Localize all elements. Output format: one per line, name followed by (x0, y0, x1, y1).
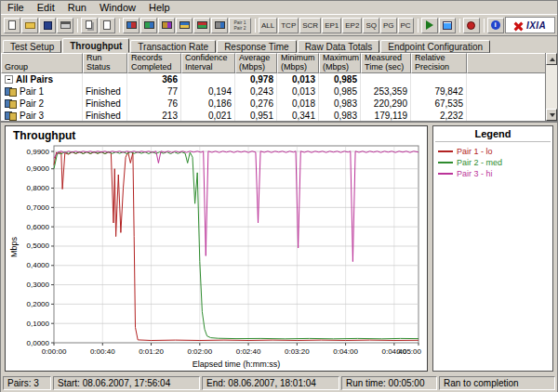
pair-icon (5, 87, 17, 97)
copy-icon (86, 20, 92, 29)
view-charts-button[interactable] (439, 18, 456, 33)
measured-time-value: 220,290 (361, 98, 411, 110)
filter-ep1-button[interactable]: EP1 (322, 18, 341, 33)
confidence-value: 0,021 (181, 110, 235, 121)
swap-endpoints-icon (197, 21, 207, 29)
new-test-button[interactable] (4, 18, 20, 33)
menu-help[interactable]: Help (142, 1, 177, 15)
duplicate-pair-button[interactable] (158, 18, 175, 33)
status-run-time: Run time: 00:05:00 (341, 376, 437, 390)
chart-icon (443, 21, 452, 30)
table-row-pair-1[interactable]: Pair 1 Finished 77 0,194 0,243 0,013 0,9… (1, 85, 545, 98)
svg-text:0,3000: 0,3000 (27, 281, 50, 289)
scroll-up-button[interactable] (546, 53, 557, 65)
col-header-maximum[interactable]: Maximum (Mbps) (319, 53, 361, 73)
status-start-time: Start: 08.06.2007, 17:56:04 (53, 376, 200, 390)
col-header-confidence[interactable]: 95% Confidence Interval (181, 53, 235, 73)
filter-sq-button[interactable]: SQ (363, 18, 379, 33)
svg-text:0:05:00: 0:05:00 (396, 347, 421, 356)
pair-icon (5, 111, 17, 121)
status-run-result: Ran to completion (439, 376, 555, 390)
legend-item-label: Pair 2 - med (457, 158, 502, 167)
tab-throughput[interactable]: Throughput (62, 38, 129, 53)
legend-item-label: Pair 3 - hi (457, 169, 493, 178)
col-header-run-status[interactable]: Run Status (83, 53, 127, 73)
run-test-button[interactable] (421, 18, 438, 33)
col-header-relative-precision[interactable]: Relative Precision (411, 53, 467, 73)
confidence-value: 0,194 (181, 85, 235, 98)
average-value: 0,951 (235, 110, 277, 121)
chart-area: Throughput 0:00:000:00:400:01:200:02:000… (1, 123, 557, 374)
toolbar-separator (119, 19, 120, 33)
add-pair-icon (126, 21, 137, 29)
toolbar-separator (459, 19, 460, 33)
col-header-minimum[interactable]: Minimum (Mbps) (277, 53, 319, 73)
measured-time-value (361, 73, 411, 85)
edit-pair-button[interactable] (176, 18, 193, 33)
col-header-filler (467, 53, 545, 73)
table-scrollbar[interactable] (545, 53, 557, 121)
toolbar-separator (418, 19, 418, 33)
tab-raw-data-totals[interactable]: Raw Data Totals (298, 40, 380, 53)
run-status-value: Finished (83, 98, 127, 110)
add-multicast-group-button[interactable] (140, 18, 157, 33)
app-window: File Edit Run Window Help Pair 1 Pair 2 … (0, 0, 558, 392)
table-row-pair-2[interactable]: Pair 2 Finished 76 0,186 0,276 0,018 0,9… (1, 98, 545, 110)
filter-scr-button[interactable]: SCR (299, 18, 321, 33)
maximum-value: 0,985 (319, 85, 361, 98)
menu-run[interactable]: Run (61, 1, 93, 15)
show-pair-list-button[interactable]: Pair 1 Pair 2 (229, 18, 251, 33)
add-pair-button[interactable] (123, 18, 140, 33)
col-header-measured-time[interactable]: Measured Time (sec) (361, 53, 411, 73)
records-value: 76 (127, 98, 181, 110)
tab-response-time[interactable]: Response Time (217, 40, 296, 53)
table-row-all-pairs[interactable]: All Pairs 366 0,978 0,013 0,985 (1, 73, 545, 85)
col-header-average[interactable]: Average (Mbps) (235, 53, 277, 73)
results-grid: Group Run Status Timing Records Complete… (1, 53, 545, 121)
menu-edit[interactable]: Edit (31, 1, 61, 15)
filter-pg-button[interactable]: PG (380, 18, 397, 33)
table-row-pair-3[interactable]: Pair 3 Finished 213 0,021 0,951 0,341 0,… (1, 110, 545, 121)
tab-test-setup[interactable]: Test Setup (3, 40, 61, 53)
tree-collapse-icon[interactable] (5, 75, 13, 84)
stop-run-button[interactable] (463, 18, 480, 33)
swap-endpoints-button[interactable] (193, 18, 210, 33)
legend-line-icon (438, 150, 453, 152)
open-button[interactable] (21, 18, 38, 33)
connect-endpoints-icon (215, 21, 225, 29)
add-multicast-icon (144, 21, 154, 29)
tab-endpoint-configuration[interactable]: Endpoint Configuration (380, 40, 490, 53)
filter-ep2-button[interactable]: EP2 (342, 18, 362, 33)
connect-endpoints-button[interactable] (211, 18, 228, 33)
open-folder-icon (25, 22, 35, 29)
filter-pc-button[interactable]: PC (398, 18, 414, 33)
col-header-group[interactable]: Group (1, 53, 83, 73)
menu-file[interactable]: File (1, 1, 31, 15)
col-header-timing-records[interactable]: Timing Records Completed (127, 53, 181, 73)
confidence-value (181, 73, 235, 85)
svg-text:Elapsed time (h:mm:ss): Elapsed time (h:mm:ss) (193, 359, 281, 369)
filter-tcp-button[interactable]: TCP (278, 18, 299, 33)
filter-all-button[interactable]: ALL (259, 18, 277, 33)
legend-item-label: Pair 1 - lo (457, 147, 493, 156)
svg-text:0,0000: 0,0000 (27, 339, 50, 347)
save-button[interactable] (39, 18, 56, 33)
measured-time-value: 253,359 (361, 85, 411, 98)
paste-icon (103, 20, 111, 30)
print-button[interactable] (57, 18, 73, 33)
status-end-time: End: 08.06.2007, 18:01:04 (202, 376, 339, 390)
legend-item-pair-3: Pair 3 - hi (435, 168, 551, 179)
stop-icon (467, 21, 475, 30)
records-value: 77 (127, 85, 181, 98)
info-button[interactable] (487, 18, 504, 33)
tab-transaction-rate[interactable]: Transaction Rate (130, 40, 216, 53)
menu-window[interactable]: Window (93, 1, 142, 15)
paste-button[interactable] (99, 18, 115, 33)
svg-text:0,9000: 0,9000 (27, 164, 50, 173)
svg-text:0:00:00: 0:00:00 (42, 347, 67, 356)
scroll-down-button[interactable] (546, 109, 557, 121)
copy-button[interactable] (81, 18, 98, 33)
svg-text:0,2000: 0,2000 (27, 300, 50, 308)
group-label: Pair 3 (20, 111, 44, 121)
average-value: 0,276 (235, 98, 277, 110)
